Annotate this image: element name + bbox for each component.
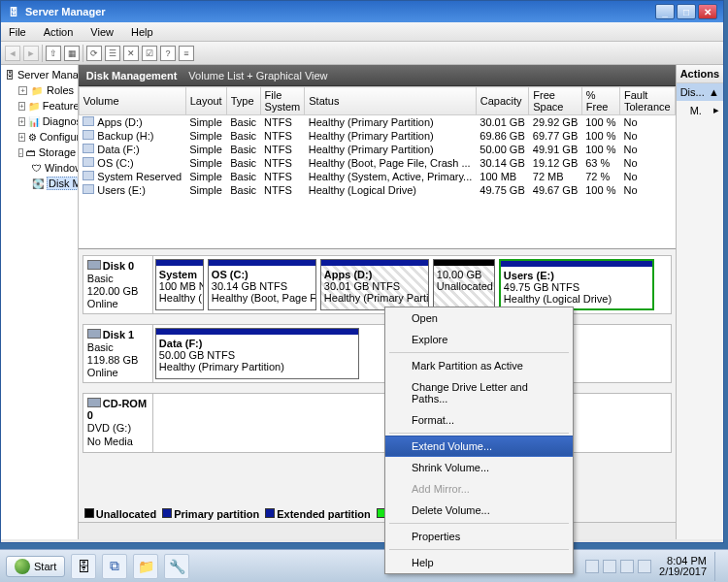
volume-icon — [83, 171, 94, 180]
tray-flag-icon[interactable] — [603, 560, 616, 573]
titlebar[interactable]: 🗄 Server Manager _ □ ✕ — [1, 1, 723, 22]
col-header[interactable]: Status — [305, 87, 477, 115]
partition[interactable]: 10.00 GBUnallocated — [433, 259, 495, 310]
expand-icon[interactable]: + — [18, 117, 25, 126]
volume-row[interactable]: Users (E:)SimpleBasicNTFSHealthy (Logica… — [79, 183, 675, 197]
menu-help[interactable]: Help — [127, 25, 157, 39]
navigation-tree[interactable]: 🗄 Server Manager (WII +📁Roles +📁Features… — [1, 65, 79, 539]
disk-row[interactable]: Disk 0Basic120.00 GBOnlineSystem100 MB N… — [83, 255, 672, 314]
collapse-icon[interactable]: - — [18, 148, 23, 157]
tree-root[interactable]: 🗄 Server Manager (WII — [1, 67, 78, 82]
graphical-view[interactable]: Disk 0Basic120.00 GBOnlineSystem100 MB N… — [79, 249, 676, 522]
partition[interactable]: OS (C:)30.14 GB NTFSHealthy (Boot, Page … — [208, 259, 316, 310]
min-button[interactable]: _ — [655, 4, 675, 19]
volume-icon — [83, 130, 94, 140]
disk-icon — [87, 260, 101, 270]
ql-powershell[interactable]: ⧉ — [102, 554, 127, 579]
col-header[interactable]: Layout — [185, 87, 226, 115]
tree-diagnostics[interactable]: +📊Diagnostics — [1, 113, 78, 129]
ctx-extend-volume[interactable]: Extend Volume... — [385, 436, 573, 457]
collapse-arrow-icon: ▲ — [709, 86, 719, 98]
ctx-change-drive-letter-and-paths[interactable]: Change Drive Letter and Paths... — [385, 376, 573, 409]
col-header[interactable]: File System — [260, 87, 305, 115]
max-button[interactable]: □ — [677, 4, 696, 19]
menu-file[interactable]: File — [5, 25, 30, 39]
ctx-shrink-volume[interactable]: Shrink Volume... — [385, 457, 573, 478]
tree-roles[interactable]: +📁Roles — [1, 82, 78, 98]
tray-icon[interactable] — [585, 560, 599, 573]
ctx-open[interactable]: Open — [385, 307, 573, 329]
actions-header: Actions — [677, 65, 723, 83]
toolbar: ◄ ► ⇧ ▦ ⟳ ☰ ✕ ☑ ? ≡ — [1, 42, 723, 65]
tree-storage[interactable]: -🗃Storage — [1, 145, 78, 160]
legend-item: Extended partition — [265, 508, 371, 520]
expand-icon[interactable]: + — [18, 102, 25, 111]
expand-icon[interactable]: + — [18, 133, 25, 142]
volume-row[interactable]: Data (F:)SimpleBasicNTFSHealthy (Primary… — [79, 143, 675, 156]
props-icon[interactable]: ☑ — [142, 46, 157, 61]
menu-view[interactable]: View — [86, 25, 117, 39]
tree-configuration[interactable]: +⚙Configuration — [1, 129, 78, 145]
fwd-icon[interactable]: ► — [23, 46, 39, 61]
status-bar — [79, 522, 676, 539]
show-desktop[interactable] — [714, 552, 722, 581]
col-header[interactable]: Capacity — [476, 87, 528, 115]
volume-row[interactable]: System ReservedSimpleBasicNTFSHealthy (S… — [79, 170, 675, 183]
del-icon[interactable]: ✕ — [123, 46, 139, 61]
volume-list[interactable]: VolumeLayoutTypeFile SystemStatusCapacit… — [79, 86, 676, 249]
col-header[interactable]: Free Space — [529, 87, 581, 115]
tray-network-icon[interactable] — [620, 560, 634, 573]
volume-row[interactable]: Backup (H:)SimpleBasicNTFSHealthy (Prima… — [79, 129, 675, 143]
view-icon[interactable]: ☰ — [105, 46, 120, 61]
volume-row[interactable]: OS (C:)SimpleBasicNTFSHealthy (Boot, Pag… — [79, 156, 675, 170]
tree-disk-management[interactable]: 💽Disk Manageme — [1, 176, 78, 191]
up-icon[interactable]: ⇧ — [46, 46, 61, 61]
disk-mgmt-header: Disk Management Volume List + Graphical … — [79, 65, 676, 86]
ql-tools[interactable]: 🔧 — [164, 554, 189, 579]
grid-icon[interactable]: ▦ — [64, 46, 80, 61]
back-icon[interactable]: ◄ — [5, 46, 20, 61]
volume-context-menu[interactable]: OpenExploreMark Partition as ActiveChang… — [384, 307, 574, 574]
expand-icon[interactable]: + — [18, 86, 27, 95]
partition[interactable]: System100 MB NHealthy ( — [155, 259, 204, 310]
partition[interactable]: Data (F:)50.00 GB NTFSHealthy (Primary P… — [155, 328, 359, 379]
tree-windows-server-backup[interactable]: 🛡Windows Serve — [1, 160, 78, 176]
tree-features[interactable]: +📁Features — [1, 98, 78, 113]
ctx-properties[interactable]: Properties — [385, 526, 573, 547]
col-header[interactable]: Volume — [79, 87, 185, 115]
disk-row[interactable]: Disk 1Basic119.88 GBOnlineData (F:)50.00… — [83, 324, 672, 383]
refresh-icon[interactable]: ⟳ — [86, 46, 102, 61]
col-header[interactable]: % Free — [581, 87, 619, 115]
taskbar[interactable]: Start 🗄 ⧉ 📁 🔧 8:04 PM 2/19/2017 — [0, 549, 728, 582]
tray-sound-icon[interactable] — [638, 560, 651, 573]
server-manager-window: 🗄 Server Manager _ □ ✕ File Action View … — [0, 0, 724, 543]
col-header[interactable]: Type — [226, 87, 260, 115]
volume-icon — [83, 157, 94, 167]
partition[interactable]: Apps (D:)30.01 GB NTFSHealthy (Primary P… — [320, 259, 429, 310]
col-header[interactable]: Fault Tolerance — [619, 87, 675, 115]
disk-management-pane: Disk Management Volume List + Graphical … — [79, 65, 676, 539]
start-button[interactable]: Start — [6, 556, 65, 577]
list-icon[interactable]: ≡ — [179, 46, 194, 61]
ctx-help[interactable]: Help — [385, 552, 573, 573]
volume-icon — [83, 184, 94, 194]
actions-pane: Actions Dis...▲ M.▸ — [676, 65, 723, 539]
ctx-delete-volume[interactable]: Delete Volume... — [385, 500, 573, 521]
ql-server-manager[interactable]: 🗄 — [71, 554, 96, 579]
volume-row[interactable]: Apps (D:)SimpleBasicNTFSHealthy (Primary… — [79, 115, 675, 130]
legend-item: Unallocated — [84, 508, 156, 520]
menu-action[interactable]: Action — [40, 25, 78, 39]
partition[interactable]: Users (E:)49.75 GB NTFSHealthy (Logical … — [499, 259, 654, 310]
close-button[interactable]: ✕ — [698, 4, 717, 19]
menubar: File Action View Help — [1, 22, 723, 42]
actions-disk[interactable]: Dis...▲ — [677, 83, 723, 101]
ctx-explore[interactable]: Explore — [385, 329, 573, 350]
help-icon[interactable]: ? — [160, 46, 176, 61]
actions-more[interactable]: M.▸ — [677, 101, 723, 119]
ctx-format[interactable]: Format... — [385, 409, 573, 431]
ql-explorer[interactable]: 📁 — [133, 554, 158, 579]
clock[interactable]: 8:04 PM 2/19/2017 — [659, 556, 707, 577]
ctx-mark-partition-as-active[interactable]: Mark Partition as Active — [385, 355, 573, 376]
disk-row[interactable]: CD-ROM 0DVD (G:)No Media — [83, 393, 672, 453]
system-tray[interactable] — [585, 560, 651, 573]
